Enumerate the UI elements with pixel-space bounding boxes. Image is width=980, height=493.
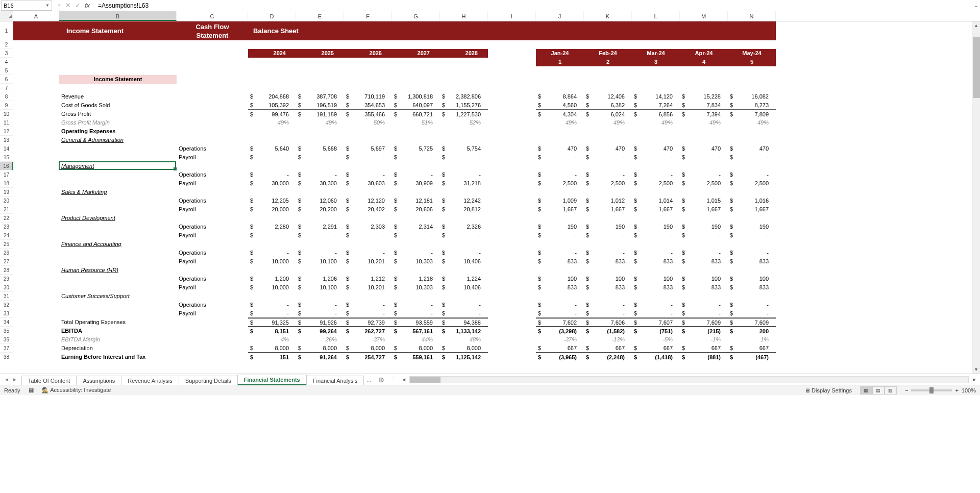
row-label[interactable]: General & Administration — [59, 136, 177, 144]
select-all-corner[interactable] — [0, 11, 13, 21]
value[interactable]: 10,000 — [248, 283, 296, 292]
value[interactable]: 10,303 — [392, 257, 440, 266]
value[interactable]: 100 — [584, 275, 632, 283]
value[interactable]: - — [680, 170, 728, 179]
row-header-12[interactable]: 12 — [0, 127, 13, 136]
value[interactable]: 15,228 — [680, 92, 728, 101]
value[interactable]: 20,606 — [392, 205, 440, 214]
value[interactable]: - — [344, 170, 392, 179]
value[interactable]: 1,009 — [536, 196, 584, 205]
row-header-22[interactable]: 22 — [0, 214, 13, 223]
month-num[interactable]: 5 — [728, 58, 776, 66]
col-header-M[interactable]: M — [680, 11, 728, 21]
value[interactable]: - — [440, 153, 488, 162]
col-header-N[interactable]: N — [728, 11, 776, 21]
value[interactable]: - — [632, 170, 680, 179]
row-label[interactable]: Product Development — [59, 214, 177, 223]
row-label[interactable]: Gross Profit Margin — [59, 118, 177, 127]
value[interactable]: - — [632, 249, 680, 257]
value[interactable]: - — [296, 301, 344, 309]
value[interactable]: 100 — [536, 275, 584, 283]
value[interactable]: 16,082 — [728, 92, 776, 101]
row-header-25[interactable]: 25 — [0, 240, 13, 249]
value[interactable]: 6,024 — [584, 110, 632, 118]
value[interactable]: 20,812 — [440, 205, 488, 214]
value[interactable]: 49% — [584, 118, 632, 127]
row-label[interactable]: Operations — [177, 223, 248, 231]
hscroll-right-icon[interactable]: ► — [971, 377, 978, 382]
value[interactable]: 1,667 — [728, 205, 776, 214]
value[interactable]: 1,667 — [536, 205, 584, 214]
value[interactable]: 833 — [536, 283, 584, 292]
value[interactable]: 30,603 — [344, 179, 392, 188]
col-header-J[interactable]: J — [536, 11, 584, 21]
value[interactable]: 2,291 — [296, 223, 344, 231]
value[interactable]: 6,382 — [584, 101, 632, 110]
value[interactable]: 5,697 — [344, 144, 392, 153]
value[interactable]: - — [584, 301, 632, 309]
row-label[interactable]: Payroll — [177, 257, 248, 266]
value[interactable]: 1,224 — [440, 275, 488, 283]
value[interactable]: 2,326 — [440, 223, 488, 231]
value[interactable]: 1,212 — [344, 275, 392, 283]
row-label[interactable]: Sales & Marketing — [59, 188, 177, 196]
row-header-23[interactable]: 23 — [0, 223, 13, 231]
value[interactable]: 91,325 — [248, 318, 296, 327]
value[interactable]: 10,406 — [440, 257, 488, 266]
value[interactable]: 470 — [584, 144, 632, 153]
tab-cash-flow-statement[interactable]: Cash FlowStatement — [177, 21, 248, 40]
value[interactable]: - — [344, 153, 392, 162]
year-header[interactable]: 2025 — [296, 49, 344, 58]
value[interactable]: - — [392, 153, 440, 162]
row-label[interactable]: Operations — [177, 275, 248, 283]
value[interactable]: - — [344, 249, 392, 257]
value[interactable]: - — [392, 231, 440, 240]
value[interactable]: 12,406 — [584, 92, 632, 101]
value[interactable]: 1,125,142 — [440, 353, 488, 361]
sheet-nav-prev-icon[interactable]: ◄ — [4, 377, 9, 382]
row-header-28[interactable]: 28 — [0, 266, 13, 275]
zoom-out-button[interactable]: − — [905, 387, 908, 393]
value[interactable]: 91,264 — [296, 353, 344, 361]
value[interactable]: 49% — [296, 118, 344, 127]
value[interactable]: - — [440, 309, 488, 318]
row-header-18[interactable]: 18 — [0, 179, 13, 188]
hscroll-left-icon[interactable]: ◄ — [400, 377, 407, 382]
month-num[interactable]: 2 — [584, 58, 632, 66]
value[interactable]: 2,500 — [728, 179, 776, 188]
row-header-14[interactable]: 14 — [0, 144, 13, 153]
row-header-17[interactable]: 17 — [0, 170, 13, 179]
row-header-35[interactable]: 35 — [0, 327, 13, 335]
value[interactable]: - — [248, 249, 296, 257]
col-header-E[interactable]: E — [296, 11, 344, 21]
col-header-L[interactable]: L — [632, 11, 680, 21]
row-header-9[interactable]: 9 — [0, 101, 13, 110]
value[interactable]: -5% — [632, 335, 680, 344]
value[interactable]: 2,500 — [632, 179, 680, 188]
value[interactable]: 92,739 — [344, 318, 392, 327]
row-label[interactable]: EBITDA — [59, 327, 177, 335]
row-label[interactable]: Cost of Goods Sold — [59, 101, 177, 110]
row-header-32[interactable]: 32 — [0, 301, 13, 309]
value[interactable]: - — [728, 309, 776, 318]
value[interactable]: 7,606 — [584, 318, 632, 327]
col-header-C[interactable]: C — [177, 11, 248, 21]
view-normal-button[interactable]: ▦ — [860, 386, 872, 395]
row-header-38[interactable]: 38 — [0, 353, 13, 361]
value[interactable]: 1,015 — [680, 196, 728, 205]
sheet-tab[interactable]: Revenue Analysis — [121, 376, 179, 385]
value[interactable]: 48% — [440, 335, 488, 344]
row-header-5[interactable]: 5 — [0, 66, 13, 75]
value[interactable]: 833 — [680, 257, 728, 266]
value[interactable]: - — [248, 309, 296, 318]
value[interactable]: 6,856 — [632, 110, 680, 118]
sheet-tab[interactable]: Supporting Details — [179, 376, 238, 385]
value[interactable]: - — [248, 301, 296, 309]
value[interactable]: 2,500 — [536, 179, 584, 188]
value[interactable]: 2,382,806 — [440, 92, 488, 101]
row-label[interactable]: Operations — [177, 249, 248, 257]
value[interactable]: 10,100 — [296, 283, 344, 292]
value[interactable]: 30,000 — [248, 179, 296, 188]
value[interactable]: 4% — [248, 335, 296, 344]
value[interactable]: 254,727 — [344, 353, 392, 361]
